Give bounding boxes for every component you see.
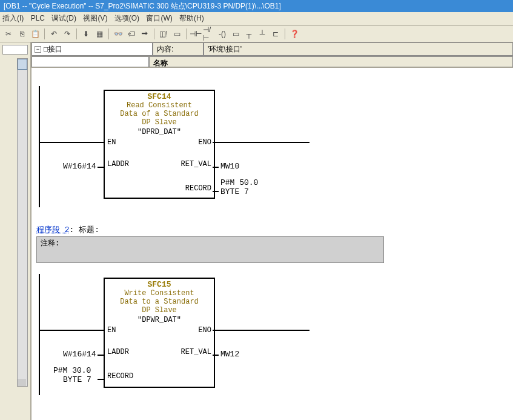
menu-help[interactable]: 帮助(H) <box>179 14 204 22</box>
sfc14-record-value1[interactable]: P#M 50.0 <box>220 178 258 187</box>
sfc14-desc: Read ConsistentData of a StandardDP Slav… <box>105 101 214 127</box>
undo-icon[interactable]: ↶ <box>48 28 60 40</box>
branch-open-icon[interactable]: ┬ <box>243 28 255 40</box>
menu-view[interactable]: 视图(V) <box>83 14 107 22</box>
tag-icon[interactable]: 🏷 <box>125 28 137 40</box>
sfc14-laddr-value[interactable]: W#16#14 <box>63 162 96 171</box>
en-wire <box>39 142 104 143</box>
sfc14-block[interactable]: SFC14 Read ConsistentData of a StandardD… <box>104 90 215 199</box>
sfc15-laddr: LADDR <box>107 348 129 356</box>
sfc14-retval-value[interactable]: MW10 <box>220 162 239 171</box>
content-header: 内容: <box>153 42 204 56</box>
sfc15-symbol: "DPWR_DAT" <box>105 315 214 325</box>
menu-bar: 插入(I) PLC 调试(D) 视图(V) 选项(O) 窗口(W) 帮助(H) <box>0 12 513 26</box>
goto-icon[interactable]: ⮕ <box>139 28 151 40</box>
sfc15-retval: RET_VAL <box>181 348 211 356</box>
sfc15-desc: Write ConsistentData to a StandardDP Sla… <box>105 289 214 315</box>
find-icon[interactable]: ▭ <box>171 28 183 40</box>
sfc14-en: EN <box>107 138 116 147</box>
interface-icon: □ <box>44 45 48 53</box>
sfc15-record-value2[interactable]: BYTE 7 <box>63 375 91 384</box>
sfc14-retval: RET_VAL <box>181 160 211 168</box>
sfc15-title: SFC15 <box>105 279 214 289</box>
help-icon[interactable]: ❓ <box>288 28 300 40</box>
toolbar: ✂ ⎘ 📋 ↶ ↷ ⬇ ▦ 👓 🏷 ⮕ ◫! ▭ ⊣⊢ ⊣/⊢ -() ▭ ┬ … <box>0 26 513 42</box>
coil-icon[interactable]: -() <box>216 28 228 40</box>
sfc14-record: RECORD <box>185 184 211 193</box>
left-panel <box>0 42 31 420</box>
power-rail-2 <box>39 274 40 395</box>
sfc14-laddr: LADDR <box>107 160 129 168</box>
module-icon[interactable]: ▦ <box>93 28 105 40</box>
interface-label: 接口 <box>48 44 62 55</box>
name-column: 名称 <box>149 56 513 67</box>
sfc14-symbol: "DPRD_DAT" <box>105 127 214 138</box>
paste-icon[interactable]: 📋 <box>29 28 41 40</box>
sfc15-laddr-value[interactable]: W#16#14 <box>63 350 96 359</box>
sfc15-retval-value[interactable]: MW12 <box>220 350 239 359</box>
eno-wire <box>213 142 309 143</box>
menu-window[interactable]: 窗口(W) <box>146 14 172 22</box>
sfc15-record-value1[interactable]: P#M 30.0 <box>53 366 91 375</box>
eno-wire-2 <box>213 330 309 331</box>
monitor-icon[interactable]: 👓 <box>112 28 124 40</box>
window-title: [OB1 -- "Cycle Execution" -- S7_Pro2\SIM… <box>0 0 513 12</box>
scrollbar-thumb[interactable] <box>18 59 27 70</box>
download-icon[interactable]: ⬇ <box>80 28 92 40</box>
sfc15-block[interactable]: SFC15 Write ConsistentData to a Standard… <box>104 278 215 388</box>
copy-icon[interactable]: ⎘ <box>16 28 28 40</box>
power-rail <box>39 86 40 207</box>
interface-tree-root[interactable]: − □ 接口 <box>31 42 153 56</box>
cut-icon[interactable]: ✂ <box>2 28 15 40</box>
sfc14-title: SFC14 <box>105 91 214 101</box>
contact-neg-icon[interactable]: ⊣/⊢ <box>203 28 215 40</box>
menu-plc[interactable]: PLC <box>31 14 45 22</box>
sfc15-eno: ENO <box>198 326 211 335</box>
sfc14-eno: ENO <box>198 138 211 147</box>
sfc14-record-value2[interactable]: BYTE 7 <box>220 187 249 196</box>
menu-debug[interactable]: 调试(D) <box>51 14 76 22</box>
left-scrollbar[interactable] <box>17 58 28 387</box>
connection-icon[interactable]: ⊏ <box>270 28 282 40</box>
menu-options[interactable]: 选项(O) <box>114 14 139 22</box>
en-wire-2 <box>39 330 104 331</box>
segment-2-comment[interactable]: 注释: <box>36 236 384 263</box>
scrollbar-down[interactable] <box>18 379 26 386</box>
sfc15-record: RECORD <box>107 372 133 381</box>
panel-header <box>2 45 28 55</box>
menu-insert[interactable]: 插入(I) <box>2 14 24 22</box>
network-icon[interactable]: ◫! <box>157 28 170 40</box>
branch-close-icon[interactable]: ┴ <box>256 28 268 40</box>
tree-collapse-icon[interactable]: − <box>35 46 41 53</box>
box-icon[interactable]: ▭ <box>230 28 242 40</box>
sfc15-en: EN <box>107 326 116 335</box>
contact-icon[interactable]: ⊣⊢ <box>190 28 202 40</box>
ladder-canvas[interactable]: SFC14 Read ConsistentData of a StandardD… <box>31 68 513 420</box>
segment-2-title[interactable]: 程序段 2: 标题: <box>36 224 99 235</box>
redo-icon[interactable]: ↷ <box>61 28 73 40</box>
content-value: '环境\接口' <box>204 42 513 56</box>
